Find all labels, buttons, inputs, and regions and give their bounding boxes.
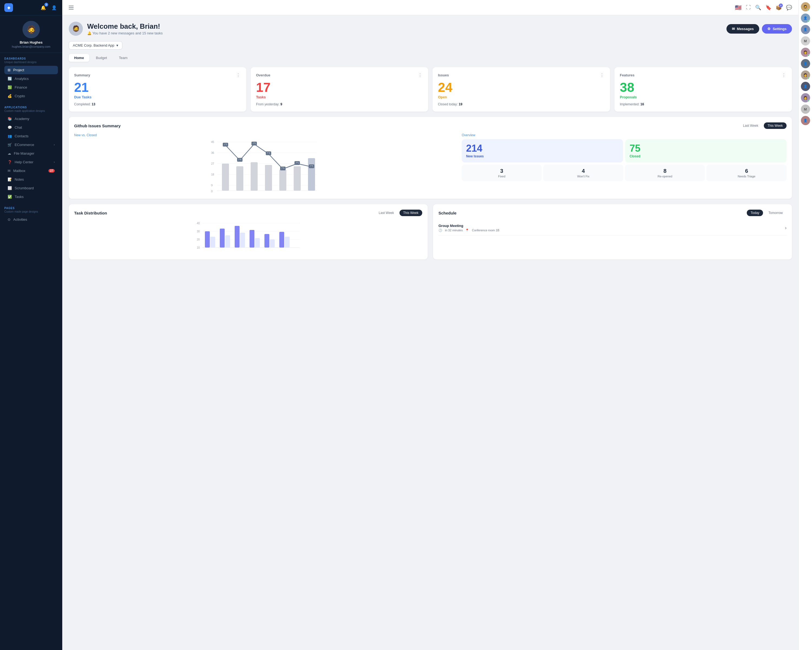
tab-budget[interactable]: Budget: [90, 54, 112, 62]
svg-rect-16: [279, 170, 286, 191]
fixed-stat: 3 Fixed: [462, 165, 542, 181]
dashboards-subtitle: Unique dashboard designs: [4, 61, 58, 64]
bookmark-icon[interactable]: 🔖: [765, 5, 771, 11]
svg-rect-59: [235, 226, 240, 248]
sidebar-item-tasks[interactable]: ✅ Tasks: [4, 193, 58, 201]
avatar-face: 👤: [803, 84, 807, 88]
svg-text:30: 30: [197, 230, 200, 233]
card-footer: Implemented: 16: [620, 102, 786, 106]
sidebar-item-label: Contacts: [15, 134, 28, 138]
right-avatar-1[interactable]: 🧔: [801, 2, 810, 11]
sidebar-item-filemanager[interactable]: ☁ File Manager: [4, 149, 58, 158]
sidebar-item-activities[interactable]: ⊙ Activities: [4, 215, 58, 224]
card-menu-icon[interactable]: ⋮: [418, 73, 423, 78]
github-issues-card: Github Issues Summary Last Week This Wee…: [69, 117, 792, 199]
avatar-initial: M: [804, 39, 807, 43]
search-icon[interactable]: 🔍: [755, 5, 761, 11]
task-distribution-header: Task Distribution Last Week This Week: [74, 210, 422, 216]
right-avatar-9[interactable]: 👩: [801, 93, 810, 102]
sidebar-item-scrumboard[interactable]: ⬜ Scrumboard: [4, 184, 58, 192]
sidebar-item-analytics[interactable]: 🔄 Analytics: [4, 75, 58, 83]
right-avatar-2[interactable]: 👤: [801, 14, 810, 23]
sidebar-item-ecommerce[interactable]: 🛒 ECommerce ›: [4, 141, 58, 149]
new-issues-card: 214 New Issues: [462, 139, 623, 162]
right-avatar-6[interactable]: 👤: [801, 59, 810, 68]
overview-bottom: 3 Fixed 4 Won't Fix 8 Re-opened 6: [462, 165, 786, 181]
triage-number: 6: [708, 168, 785, 174]
tab-team[interactable]: Team: [113, 54, 133, 62]
flag-icon[interactable]: 🇺🇸: [735, 5, 742, 11]
svg-rect-61: [250, 230, 255, 248]
tasks-icon: ✅: [8, 195, 12, 199]
sidebar-item-contacts[interactable]: 👥 Contacts: [4, 132, 58, 140]
closed-label: Closed: [630, 154, 782, 158]
card-header: Issues ⋮: [438, 73, 605, 78]
user-profile-icon[interactable]: 👤: [50, 4, 58, 11]
clock-icon: 🕐: [438, 229, 442, 232]
fixed-number: 3: [463, 168, 540, 174]
messages-button[interactable]: ✉ Messages: [727, 24, 759, 34]
svg-text:Wed: Wed: [252, 193, 257, 193]
messages-topbar-icon[interactable]: 💬: [786, 5, 792, 11]
this-week-btn[interactable]: This Week: [764, 122, 786, 129]
sidebar-item-label: Mailbox: [13, 169, 26, 173]
card-header: Summary ⋮: [74, 73, 241, 78]
app-logo[interactable]: ◈: [4, 3, 13, 12]
right-avatar-5[interactable]: 👩: [801, 47, 810, 57]
svg-rect-63: [264, 234, 269, 248]
task-last-week-btn[interactable]: Last Week: [375, 210, 398, 216]
topbar-right: 🇺🇸 ⛶ 🔍 🔖 📦 5 💬: [735, 5, 792, 11]
page-header: 🧔 Welcome back, Brian! 🔔 You have 2 new …: [69, 22, 792, 36]
online-indicator: [808, 54, 810, 57]
svg-text:9: 9: [211, 184, 213, 187]
chevron-down-icon: ▾: [116, 43, 118, 47]
sidebar-item-project[interactable]: ⊞ Project: [4, 66, 58, 74]
hamburger-menu[interactable]: [69, 6, 73, 9]
right-avatar-7[interactable]: 👩: [801, 70, 810, 80]
chevron-right-icon[interactable]: ›: [785, 225, 786, 231]
sidebar-item-helpcenter[interactable]: ❓ Help Center ›: [4, 158, 58, 166]
pages-section: PAGES Custom made page designs ⊙ Activit…: [0, 202, 62, 225]
avatar-face: 👤: [803, 62, 807, 66]
sidebar-item-crypto[interactable]: 💰 Crypto: [4, 92, 58, 100]
app-selector[interactable]: ACME Corp. Backend App ▾: [69, 41, 122, 50]
hamburger-line: [69, 9, 73, 9]
sidebar-item-chat[interactable]: 💬 Chat: [4, 123, 58, 132]
card-menu-icon[interactable]: ⋮: [782, 73, 786, 78]
task-this-week-btn[interactable]: This Week: [400, 210, 422, 216]
svg-text:Mon: Mon: [223, 193, 228, 193]
card-menu-icon[interactable]: ⋮: [236, 73, 241, 78]
notification-button[interactable]: 🔔 3: [40, 4, 47, 11]
sidebar-item-label: Analytics: [15, 76, 29, 81]
tab-home[interactable]: Home: [69, 54, 89, 62]
settings-button[interactable]: ⚙ Settings: [762, 24, 792, 34]
notes-icon: 📝: [8, 177, 12, 182]
svg-text:0: 0: [211, 190, 213, 193]
avatar-face: 👩: [803, 50, 807, 54]
expand-icon[interactable]: ⛶: [746, 5, 751, 10]
cart-badge-wrapper[interactable]: 📦 5: [776, 5, 782, 11]
right-avatar-4[interactable]: M: [801, 36, 810, 46]
svg-rect-17: [294, 166, 301, 191]
sidebar-item-mailbox[interactable]: ✉ Mailbox 27: [4, 167, 58, 175]
sidebar-item-notes[interactable]: 📝 Notes: [4, 175, 58, 184]
sidebar-item-finance[interactable]: 💹 Finance: [4, 83, 58, 92]
svg-point-30: [267, 153, 270, 155]
last-week-btn[interactable]: Last Week: [739, 122, 762, 129]
card-footer: From yesterday: 9: [256, 102, 423, 106]
contacts-icon: 👥: [8, 134, 12, 138]
card-menu-icon[interactable]: ⋮: [600, 73, 605, 78]
right-avatar-11[interactable]: 👤: [801, 116, 810, 125]
folder-icon: ☁: [8, 151, 11, 156]
dashboards-section: DASHBOARDS Unique dashboard designs ⊞ Pr…: [0, 53, 62, 102]
right-avatar-8[interactable]: 👤: [801, 82, 810, 91]
chart-container: 45 36 27 18 9 0: [74, 139, 456, 193]
app-selector-label: ACME Corp. Backend App: [73, 43, 114, 47]
scrum-icon: ⬜: [8, 186, 12, 190]
tomorrow-btn[interactable]: Tomorrow: [765, 210, 786, 216]
right-avatar-10[interactable]: M: [801, 104, 810, 114]
right-avatar-3[interactable]: 👤: [801, 25, 810, 34]
sidebar-item-academy[interactable]: 📚 Academy: [4, 115, 58, 123]
today-btn[interactable]: Today: [747, 210, 763, 216]
svg-point-27: [253, 143, 255, 145]
